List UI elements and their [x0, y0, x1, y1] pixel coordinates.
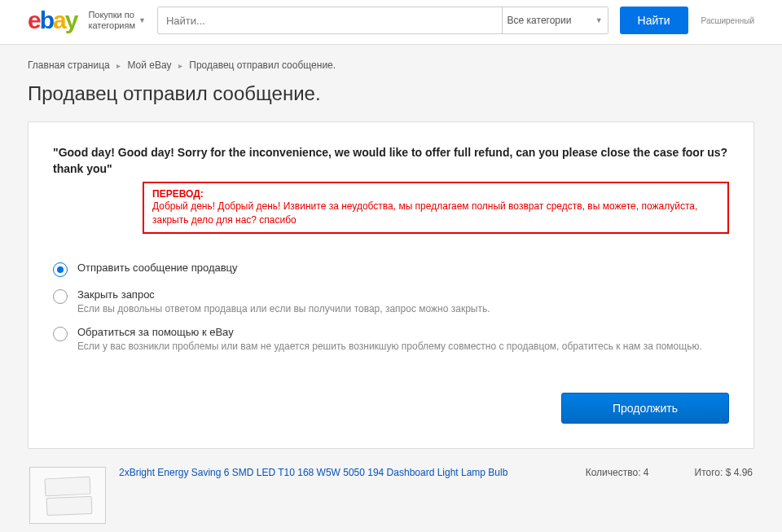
option-close-request[interactable]: Закрыть запрос Если вы довольны ответом … [53, 288, 729, 314]
option-ebay-help[interactable]: Обратиться за помощью к eBay Если у вас … [53, 326, 729, 352]
ebay-logo[interactable]: ebay [28, 7, 77, 34]
item-total: Итого: $ 4.96 [695, 467, 753, 478]
option-send-message[interactable]: Отправить сообщение продавцу [53, 262, 729, 277]
seller-message-quote: "Good day! Good day! Sorry for the incon… [53, 145, 729, 177]
option-label: Отправить сообщение продавцу [77, 262, 729, 274]
header: ebay Покупки по категориям ▼ Все категор… [0, 0, 782, 45]
breadcrumb-home[interactable]: Главная страница [28, 59, 110, 71]
actions: Продолжить [53, 393, 729, 424]
item-summary: 2xBright Energy Saving 6 SMD LED T10 168… [28, 467, 754, 524]
search-button[interactable]: Найти [620, 7, 688, 34]
content: Главная страница ▸ Мой eBay ▸ Продавец о… [0, 45, 782, 532]
search-bar: Все категории ▼ [157, 7, 608, 34]
caret-down-icon: ▼ [138, 16, 146, 25]
translation-text: Добрый день! Добрый день! Извините за не… [152, 200, 719, 227]
radio-button[interactable] [53, 289, 68, 304]
item-title-link[interactable]: 2xBright Energy Saving 6 SMD LED T10 168… [119, 467, 573, 480]
advanced-search-link[interactable]: Расширенный [701, 16, 754, 25]
option-description: Если у вас возникли проблемы или вам не … [77, 341, 729, 352]
option-description: Если вы довольны ответом продавца или ес… [77, 303, 729, 314]
option-label: Закрыть запрос [77, 288, 729, 301]
item-quantity: Количество: 4 [586, 467, 649, 478]
breadcrumb-current: Продавец отправил сообщение. [189, 59, 336, 71]
option-label: Обратиться за помощью к eBay [77, 326, 729, 338]
breadcrumb-my-ebay[interactable]: Мой eBay [127, 59, 171, 71]
translation-label: ПЕРЕВОД: [152, 188, 719, 200]
search-input[interactable] [158, 7, 502, 33]
breadcrumb: Главная страница ▸ Мой eBay ▸ Продавец о… [28, 59, 754, 71]
shop-by-label: Покупки по категориям [88, 10, 135, 31]
category-dropdown[interactable]: Все категории ▼ [502, 7, 608, 33]
message-panel: "Good day! Good day! Sorry for the incon… [28, 121, 754, 449]
item-thumbnail[interactable] [29, 467, 106, 524]
translation-box: ПЕРЕВОД: Добрый день! Добрый день! Извин… [143, 182, 729, 234]
thumbnail-placeholder [44, 476, 90, 496]
caret-down-icon: ▼ [595, 16, 603, 24]
breadcrumb-separator: ▸ [116, 61, 121, 70]
shop-by-category[interactable]: Покупки по категориям ▼ [88, 10, 146, 31]
page-title: Продавец отправил сообщение. [28, 82, 754, 105]
radio-button[interactable] [53, 262, 68, 277]
category-label: Все категории [507, 15, 572, 26]
continue-button[interactable]: Продолжить [561, 393, 729, 424]
radio-button[interactable] [53, 327, 68, 341]
breadcrumb-separator: ▸ [178, 61, 182, 70]
response-options: Отправить сообщение продавцу Закрыть зап… [53, 262, 729, 352]
thumbnail-placeholder [46, 496, 93, 516]
